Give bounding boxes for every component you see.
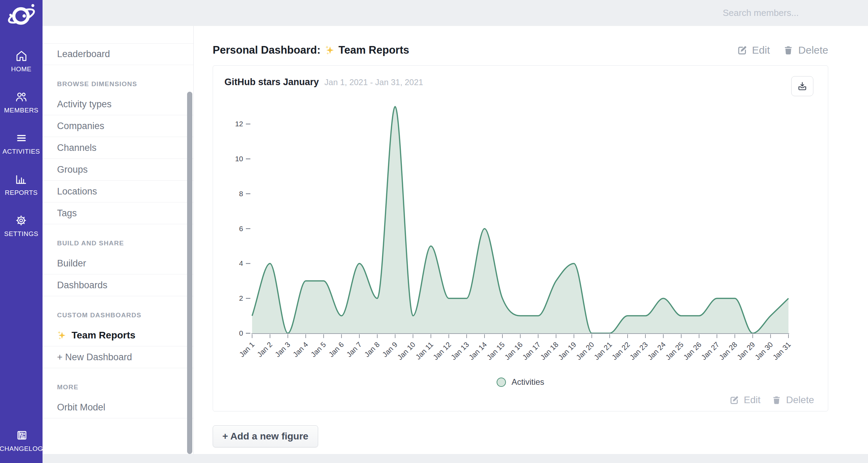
legend-swatch [497,378,506,387]
nav-item-home[interactable]: HOME [11,49,31,73]
svg-text:Jan 21: Jan 21 [592,341,613,362]
nav-item-activities[interactable]: ACTIVITIES [2,131,40,155]
secondary-sidebar-list: LeaderboardBROWSE DIMENSIONSActivity typ… [43,26,193,418]
sidebar-section-custom-dashboards: CUSTOM DASHBOARDS [43,296,193,325]
members-icon [15,90,28,103]
add-figure-button[interactable]: + Add a new figure [213,425,318,447]
edit-figure-button[interactable]: Edit [729,394,760,406]
sidebar-item-label: Orbit Model [57,402,105,413]
svg-text:Jan 23: Jan 23 [628,341,649,362]
figure-title: GitHub stars January [224,77,319,88]
svg-text:Jan 29: Jan 29 [736,341,757,362]
svg-text:8: 8 [239,190,243,198]
svg-text:Jan 3: Jan 3 [274,341,292,359]
svg-text:Jan 25: Jan 25 [664,341,685,362]
svg-text:Jan 5: Jan 5 [309,341,327,359]
sidebar-item-groups[interactable]: Groups [43,159,193,181]
page-title-name: Team Reports [339,44,409,56]
svg-text:Jan 15: Jan 15 [485,341,506,362]
sidebar-item-label: Dashboards [57,280,108,291]
svg-text:Jan 17: Jan 17 [521,341,542,362]
sidebar-item-label: + New Dashboard [57,352,132,363]
svg-text:Jan 18: Jan 18 [539,341,560,362]
svg-text:Jan 31: Jan 31 [771,341,792,362]
nav-label: CHANGELOG [0,445,43,453]
home-icon [15,49,28,62]
svg-text:Jan 20: Jan 20 [574,341,595,362]
reports-icon [15,173,28,186]
series-line [252,107,788,333]
svg-text:Jan 13: Jan 13 [449,341,470,362]
figure-card-header: GitHub stars January Jan 1, 2021 - Jan 3… [224,77,783,88]
delete-label: Delete [798,44,828,56]
chart-legend[interactable]: Activities [213,377,828,387]
sidebar-scrollbar[interactable] [187,92,192,454]
primary-sidebar: HOMEMEMBERSACTIVITIESREPORTSSETTINGSCHAN… [0,0,43,463]
svg-text:Jan 30: Jan 30 [753,341,774,362]
chart-area: Jan 1Jan 2Jan 3Jan 4Jan 5Jan 6Jan 7Jan 8… [221,101,802,376]
sidebar-item-label: Activity types [57,99,112,110]
sidebar-section-more: MORE [43,368,193,397]
sidebar-item-label: Leaderboard [57,49,110,60]
sidebar-item-channels[interactable]: Channels [43,137,193,159]
nav-item-changelog[interactable]: CHANGELOG [0,429,43,453]
svg-text:Jan 26: Jan 26 [682,341,703,362]
svg-text:Jan 12: Jan 12 [432,341,453,362]
edit-icon [729,395,739,405]
sidebar-item-orbit-model[interactable]: Orbit Model [43,397,193,418]
page-title: Personal Dashboard: Team Reports [213,44,409,56]
nav-label: SETTINGS [4,230,38,238]
download-figure-button[interactable] [791,76,813,96]
sidebar-item-label: Tags [57,208,77,219]
svg-text:Jan 22: Jan 22 [610,341,631,362]
secondary-sidebar: LeaderboardBROWSE DIMENSIONSActivity typ… [43,26,194,454]
nav-item-settings[interactable]: SETTINGS [4,214,38,238]
figure-date-range: Jan 1, 2021 - Jan 31, 2021 [324,78,423,87]
sidebar-item-tags[interactable]: Tags [43,202,193,224]
sidebar-item-leaderboard[interactable]: Leaderboard [43,43,193,65]
dashboard-actions: Edit Delete [737,44,828,56]
delete-dashboard-button[interactable]: Delete [783,44,828,56]
svg-text:Jan 1: Jan 1 [238,341,256,359]
nav-label: ACTIVITIES [2,148,40,155]
edit-dashboard-button[interactable]: Edit [737,44,770,56]
page-header: Personal Dashboard: Team Reports Edit De… [194,26,868,56]
activities-chart: Jan 1Jan 2Jan 3Jan 4Jan 5Jan 6Jan 7Jan 8… [221,101,802,375]
delete-figure-button[interactable]: Delete [772,394,814,406]
sidebar-item-dashboards[interactable]: Dashboards [43,274,193,296]
nav-item-reports[interactable]: REPORTS [5,173,38,197]
edit-label: Edit [744,394,760,406]
sidebar-item-label: Channels [57,143,96,153]
sidebar-item-team-reports[interactable]: Team Reports [43,325,193,346]
orbit-logo[interactable] [5,2,38,32]
svg-text:Jan 6: Jan 6 [327,341,345,359]
page-title-prefix: Personal Dashboard: [213,44,321,56]
add-figure-label: + Add a new figure [222,431,308,442]
svg-text:Jan 8: Jan 8 [363,341,381,359]
svg-text:4: 4 [239,259,243,267]
nav-item-members[interactable]: MEMBERS [4,90,39,114]
sidebar-item-label: Locations [57,186,97,197]
figure-card: GitHub stars January Jan 1, 2021 - Jan 3… [213,65,828,411]
sidebar-item-builder[interactable]: Builder [43,253,193,274]
svg-text:2: 2 [239,294,243,302]
sparkle-icon [324,45,335,56]
svg-text:10: 10 [235,155,243,163]
svg-text:Jan 7: Jan 7 [345,341,363,359]
sidebar-item-locations[interactable]: Locations [43,181,193,202]
sidebar-item-companies[interactable]: Companies [43,115,193,137]
sidebar-item-activity-types[interactable]: Activity types [43,93,193,115]
svg-text:Jan 11: Jan 11 [414,341,435,361]
sidebar-item-new-dashboard[interactable]: + New Dashboard [43,346,193,368]
svg-text:Jan 19: Jan 19 [557,341,578,362]
sidebar-item-label: Companies [57,121,104,131]
figure-actions: Edit Delete [729,394,814,406]
svg-text:Jan 16: Jan 16 [503,341,524,362]
svg-text:Jan 2: Jan 2 [256,341,274,359]
svg-text:Jan 28: Jan 28 [718,341,739,362]
nav-label: REPORTS [5,189,38,197]
topbar [43,0,868,26]
svg-text:Jan 24: Jan 24 [646,340,667,361]
svg-text:Jan 10: Jan 10 [396,341,417,362]
search-input[interactable] [723,8,837,18]
